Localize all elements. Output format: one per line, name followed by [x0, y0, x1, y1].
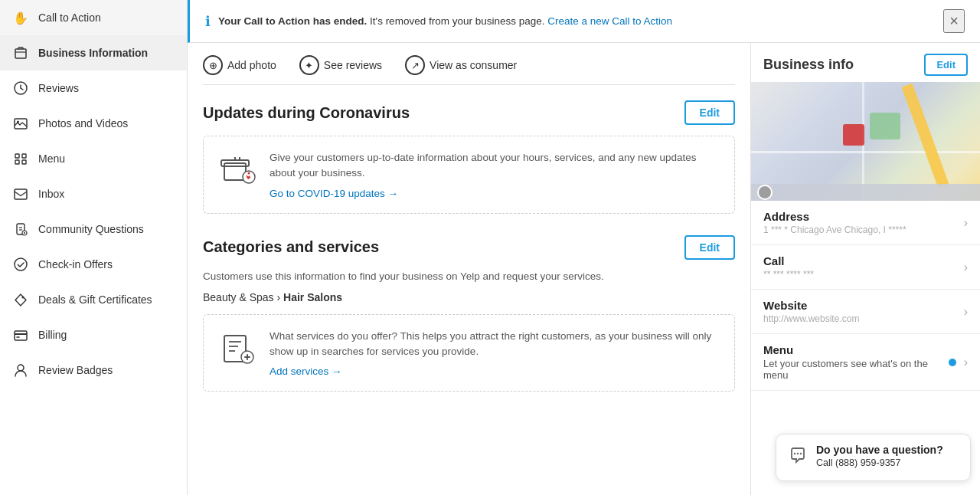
banner-close-button[interactable]: × [943, 9, 965, 33]
coronavirus-header: Updates during Coronavirus Edit [203, 100, 735, 125]
see-reviews-icon: ✦ [299, 55, 319, 75]
banner-link[interactable]: Create a new Call to Action [547, 15, 672, 27]
add-photo-button[interactable]: ⊕ Add photo [203, 55, 276, 75]
category-path: Beauty & Spas › Hair Salons [203, 291, 735, 303]
map-red-block [843, 124, 864, 146]
category-parent: Beauty & Spas [203, 291, 274, 303]
coronavirus-edit-button[interactable]: Edit [684, 100, 735, 125]
coronavirus-section: Updates during Coronavirus Edit [203, 100, 735, 214]
coronavirus-title: Updates during Coronavirus [203, 104, 410, 122]
svg-point-35 [794, 453, 795, 454]
address-row[interactable]: Address 1 *** * Chicago Ave Chicago, I *… [751, 201, 980, 245]
add-services-link[interactable]: Add services → [270, 366, 719, 377]
sidebar: ✋ Call to Action Business Information Re… [0, 0, 188, 495]
sidebar-item-billing[interactable]: Billing [0, 317, 187, 352]
map-bottom-bar [751, 184, 980, 201]
category-arrow: › [277, 291, 284, 303]
categories-edit-button[interactable]: Edit [684, 235, 735, 260]
see-reviews-button[interactable]: ✦ See reviews [299, 55, 382, 75]
categories-header: Categories and services Edit [203, 235, 735, 260]
sidebar-item-label: Deals & Gift Certificates [38, 293, 152, 306]
coronavirus-card: Give your customers up-to-date informati… [203, 136, 735, 214]
content-area: ⊕ Add photo ✦ See reviews ↗ View as cons… [188, 43, 980, 495]
categories-title: Categories and services [203, 238, 379, 256]
call-chevron-icon: › [964, 261, 968, 274]
covid-link[interactable]: Go to COVID-19 updates → [270, 188, 719, 199]
biz-info-title: Business info [763, 57, 854, 73]
banner-rest: It's removed from your business page. [370, 15, 544, 27]
menu-row-left: Menu Let your customers see what's on th… [763, 343, 949, 381]
business-information-icon [12, 44, 29, 61]
svg-point-4 [17, 121, 19, 123]
website-row[interactable]: Website http://www.website.com › [751, 290, 980, 334]
svg-point-21 [18, 365, 24, 371]
coronavirus-card-icon [219, 150, 257, 188]
view-consumer-icon: ↗ [405, 55, 425, 75]
sidebar-item-label: Call to Action [38, 11, 101, 24]
sidebar-item-review-badges[interactable]: Review Badges [0, 352, 187, 388]
see-reviews-label: See reviews [324, 59, 382, 71]
add-photo-label: Add photo [227, 59, 276, 71]
map-placeholder[interactable] [751, 82, 980, 201]
sidebar-item-label: Menu [38, 152, 65, 165]
sidebar-item-reviews[interactable]: Reviews [0, 70, 187, 106]
sidebar-item-check-in-offers[interactable]: Check-in Offers [0, 247, 187, 282]
review-badges-icon [12, 362, 29, 379]
svg-point-17 [22, 297, 24, 299]
map-green-block [870, 113, 900, 139]
svg-rect-8 [22, 160, 26, 164]
sidebar-item-community-questions[interactable]: Community Questions [0, 211, 187, 247]
chat-bubble-content: Do you have a question? Call (888) 959-9… [816, 444, 943, 468]
sidebar-item-label: Review Badges [38, 364, 113, 376]
sidebar-item-label: Inbox [38, 188, 64, 200]
sidebar-item-inbox[interactable]: Inbox [0, 176, 187, 211]
banner-message: Your Call to Action has ended. It's remo… [218, 15, 936, 27]
address-row-left: Address 1 *** * Chicago Ave Chicago, I *… [763, 210, 964, 235]
view-consumer-button[interactable]: ↗ View as consumer [405, 55, 517, 75]
call-value: ** *** **** *** [763, 269, 964, 280]
chat-subtitle: Call (888) 959-9357 [816, 457, 943, 468]
svg-rect-5 [15, 154, 19, 158]
svg-rect-0 [15, 49, 26, 58]
sidebar-item-deals-gift-certificates[interactable]: Deals & Gift Certificates [0, 282, 187, 317]
sidebar-item-photos-videos[interactable]: Photos and Videos [0, 106, 187, 141]
call-to-action-banner: ℹ Your Call to Action has ended. It's re… [188, 0, 980, 43]
coronavirus-card-text: Give your customers up-to-date informati… [270, 150, 719, 182]
call-label: Call [763, 254, 964, 267]
website-row-left: Website http://www.website.com [763, 299, 964, 324]
info-icon: ℹ [205, 13, 211, 30]
services-card-text: What services do you offer? This helps y… [270, 329, 719, 360]
menu-sub: Let your customers see what's on the men… [763, 358, 949, 381]
svg-point-37 [800, 453, 802, 454]
services-card-icon [219, 329, 257, 367]
svg-rect-7 [15, 160, 19, 164]
sidebar-item-label: Reviews [38, 82, 79, 94]
menu-label: Menu [763, 343, 949, 356]
menu-row[interactable]: Menu Let your customers see what's on th… [751, 334, 980, 391]
biz-info-header: Business info Edit [751, 43, 980, 82]
business-info-sidebar: Business info Edit Address 1 *** * Chica… [750, 43, 980, 495]
svg-point-16 [15, 258, 27, 270]
coronavirus-card-content: Give your customers up-to-date informati… [270, 150, 719, 199]
photos-videos-icon [12, 115, 29, 132]
chat-bubble: Do you have a question? Call (888) 959-9… [776, 434, 971, 481]
sidebar-item-label: Photos and Videos [38, 117, 128, 129]
website-value: http://www.website.com [763, 313, 964, 324]
inbox-icon [12, 185, 29, 202]
call-row[interactable]: Call ** *** **** *** › [751, 245, 980, 290]
categories-section: Categories and services Edit Customers u… [203, 235, 735, 392]
svg-point-27 [248, 172, 250, 175]
view-consumer-label: View as consumer [430, 59, 517, 71]
category-child: Hair Salons [283, 291, 342, 303]
sidebar-item-menu[interactable]: Menu [0, 141, 187, 176]
services-card-content: What services do you offer? This helps y… [270, 329, 719, 378]
biz-info-edit-button[interactable]: Edit [924, 54, 968, 76]
menu-icon [12, 150, 29, 167]
action-bar: ⊕ Add photo ✦ See reviews ↗ View as cons… [203, 43, 735, 85]
sidebar-item-call-to-action[interactable]: ✋ Call to Action [0, 0, 187, 35]
sidebar-item-label: Business Information [38, 47, 148, 59]
website-chevron-icon: › [964, 305, 968, 319]
banner-bold: Your Call to Action has ended. [218, 15, 367, 27]
address-label: Address [763, 210, 964, 223]
sidebar-item-business-information[interactable]: Business Information [0, 35, 187, 70]
